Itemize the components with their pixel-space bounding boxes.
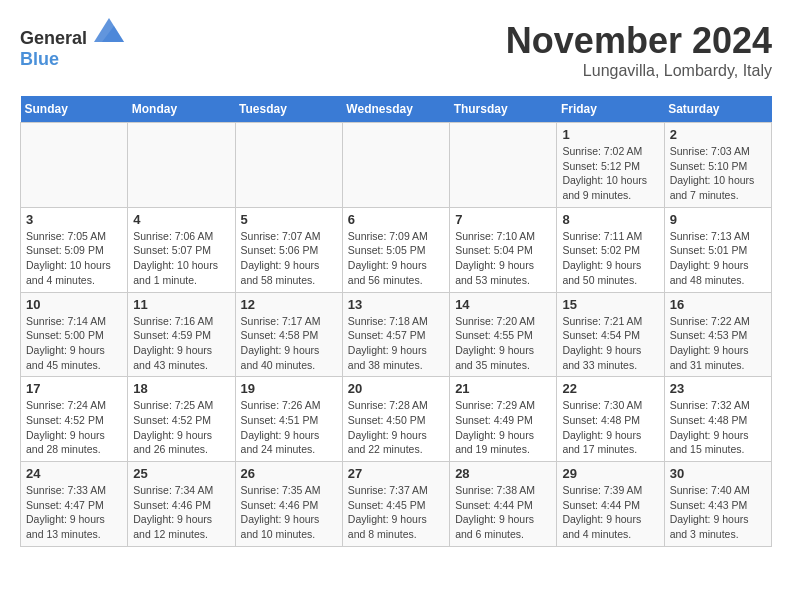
- calendar-day-cell: 23Sunrise: 7:32 AM Sunset: 4:48 PM Dayli…: [664, 377, 771, 462]
- day-number: 28: [455, 466, 551, 481]
- day-number: 7: [455, 212, 551, 227]
- calendar-day-cell: 11Sunrise: 7:16 AM Sunset: 4:59 PM Dayli…: [128, 292, 235, 377]
- day-info-text: Sunrise: 7:37 AM Sunset: 4:45 PM Dayligh…: [348, 483, 444, 542]
- calendar-header: SundayMondayTuesdayWednesdayThursdayFrid…: [21, 96, 772, 123]
- day-info-text: Sunrise: 7:34 AM Sunset: 4:46 PM Dayligh…: [133, 483, 229, 542]
- header-day-saturday: Saturday: [664, 96, 771, 123]
- calendar-table: SundayMondayTuesdayWednesdayThursdayFrid…: [20, 96, 772, 547]
- day-number: 9: [670, 212, 766, 227]
- calendar-day-cell: [342, 123, 449, 208]
- calendar-day-cell: 19Sunrise: 7:26 AM Sunset: 4:51 PM Dayli…: [235, 377, 342, 462]
- calendar-day-cell: 26Sunrise: 7:35 AM Sunset: 4:46 PM Dayli…: [235, 462, 342, 547]
- day-number: 22: [562, 381, 658, 396]
- day-number: 4: [133, 212, 229, 227]
- day-info-text: Sunrise: 7:24 AM Sunset: 4:52 PM Dayligh…: [26, 398, 122, 457]
- calendar-day-cell: 18Sunrise: 7:25 AM Sunset: 4:52 PM Dayli…: [128, 377, 235, 462]
- day-number: 14: [455, 297, 551, 312]
- calendar-day-cell: 2Sunrise: 7:03 AM Sunset: 5:10 PM Daylig…: [664, 123, 771, 208]
- header-day-friday: Friday: [557, 96, 664, 123]
- header-day-monday: Monday: [128, 96, 235, 123]
- day-number: 17: [26, 381, 122, 396]
- header-day-sunday: Sunday: [21, 96, 128, 123]
- day-number: 10: [26, 297, 122, 312]
- day-info-text: Sunrise: 7:02 AM Sunset: 5:12 PM Dayligh…: [562, 144, 658, 203]
- day-info-text: Sunrise: 7:30 AM Sunset: 4:48 PM Dayligh…: [562, 398, 658, 457]
- day-info-text: Sunrise: 7:28 AM Sunset: 4:50 PM Dayligh…: [348, 398, 444, 457]
- day-number: 13: [348, 297, 444, 312]
- day-info-text: Sunrise: 7:35 AM Sunset: 4:46 PM Dayligh…: [241, 483, 337, 542]
- header-day-wednesday: Wednesday: [342, 96, 449, 123]
- calendar-day-cell: 21Sunrise: 7:29 AM Sunset: 4:49 PM Dayli…: [450, 377, 557, 462]
- day-info-text: Sunrise: 7:09 AM Sunset: 5:05 PM Dayligh…: [348, 229, 444, 288]
- day-info-text: Sunrise: 7:38 AM Sunset: 4:44 PM Dayligh…: [455, 483, 551, 542]
- day-info-text: Sunrise: 7:39 AM Sunset: 4:44 PM Dayligh…: [562, 483, 658, 542]
- title-area: November 2024 Lungavilla, Lombardy, Ital…: [506, 20, 772, 80]
- day-info-text: Sunrise: 7:26 AM Sunset: 4:51 PM Dayligh…: [241, 398, 337, 457]
- day-info-text: Sunrise: 7:03 AM Sunset: 5:10 PM Dayligh…: [670, 144, 766, 203]
- day-info-text: Sunrise: 7:14 AM Sunset: 5:00 PM Dayligh…: [26, 314, 122, 373]
- calendar-week-row: 1Sunrise: 7:02 AM Sunset: 5:12 PM Daylig…: [21, 123, 772, 208]
- calendar-day-cell: 16Sunrise: 7:22 AM Sunset: 4:53 PM Dayli…: [664, 292, 771, 377]
- calendar-day-cell: 20Sunrise: 7:28 AM Sunset: 4:50 PM Dayli…: [342, 377, 449, 462]
- calendar-day-cell: 15Sunrise: 7:21 AM Sunset: 4:54 PM Dayli…: [557, 292, 664, 377]
- calendar-day-cell: 29Sunrise: 7:39 AM Sunset: 4:44 PM Dayli…: [557, 462, 664, 547]
- calendar-day-cell: 5Sunrise: 7:07 AM Sunset: 5:06 PM Daylig…: [235, 207, 342, 292]
- calendar-day-cell: 9Sunrise: 7:13 AM Sunset: 5:01 PM Daylig…: [664, 207, 771, 292]
- day-info-text: Sunrise: 7:16 AM Sunset: 4:59 PM Dayligh…: [133, 314, 229, 373]
- calendar-week-row: 3Sunrise: 7:05 AM Sunset: 5:09 PM Daylig…: [21, 207, 772, 292]
- day-number: 24: [26, 466, 122, 481]
- day-number: 21: [455, 381, 551, 396]
- day-info-text: Sunrise: 7:25 AM Sunset: 4:52 PM Dayligh…: [133, 398, 229, 457]
- day-info-text: Sunrise: 7:06 AM Sunset: 5:07 PM Dayligh…: [133, 229, 229, 288]
- day-number: 29: [562, 466, 658, 481]
- calendar-day-cell: 6Sunrise: 7:09 AM Sunset: 5:05 PM Daylig…: [342, 207, 449, 292]
- day-number: 1: [562, 127, 658, 142]
- calendar-week-row: 24Sunrise: 7:33 AM Sunset: 4:47 PM Dayli…: [21, 462, 772, 547]
- calendar-day-cell: 4Sunrise: 7:06 AM Sunset: 5:07 PM Daylig…: [128, 207, 235, 292]
- calendar-day-cell: 10Sunrise: 7:14 AM Sunset: 5:00 PM Dayli…: [21, 292, 128, 377]
- day-number: 16: [670, 297, 766, 312]
- day-info-text: Sunrise: 7:13 AM Sunset: 5:01 PM Dayligh…: [670, 229, 766, 288]
- day-info-text: Sunrise: 7:17 AM Sunset: 4:58 PM Dayligh…: [241, 314, 337, 373]
- month-title: November 2024: [506, 20, 772, 62]
- calendar-day-cell: 1Sunrise: 7:02 AM Sunset: 5:12 PM Daylig…: [557, 123, 664, 208]
- calendar-day-cell: [235, 123, 342, 208]
- calendar-day-cell: 27Sunrise: 7:37 AM Sunset: 4:45 PM Dayli…: [342, 462, 449, 547]
- calendar-day-cell: 28Sunrise: 7:38 AM Sunset: 4:44 PM Dayli…: [450, 462, 557, 547]
- header-day-thursday: Thursday: [450, 96, 557, 123]
- calendar-day-cell: [128, 123, 235, 208]
- day-number: 15: [562, 297, 658, 312]
- day-info-text: Sunrise: 7:21 AM Sunset: 4:54 PM Dayligh…: [562, 314, 658, 373]
- logo-icon: [94, 18, 124, 42]
- logo: General Blue: [20, 20, 124, 70]
- day-number: 3: [26, 212, 122, 227]
- day-number: 18: [133, 381, 229, 396]
- page-header: General Blue November 2024 Lungavilla, L…: [20, 20, 772, 80]
- day-info-text: Sunrise: 7:07 AM Sunset: 5:06 PM Dayligh…: [241, 229, 337, 288]
- day-number: 11: [133, 297, 229, 312]
- calendar-day-cell: 3Sunrise: 7:05 AM Sunset: 5:09 PM Daylig…: [21, 207, 128, 292]
- day-info-text: Sunrise: 7:18 AM Sunset: 4:57 PM Dayligh…: [348, 314, 444, 373]
- calendar-day-cell: 8Sunrise: 7:11 AM Sunset: 5:02 PM Daylig…: [557, 207, 664, 292]
- day-info-text: Sunrise: 7:29 AM Sunset: 4:49 PM Dayligh…: [455, 398, 551, 457]
- day-number: 19: [241, 381, 337, 396]
- calendar-day-cell: 24Sunrise: 7:33 AM Sunset: 4:47 PM Dayli…: [21, 462, 128, 547]
- day-number: 8: [562, 212, 658, 227]
- day-info-text: Sunrise: 7:20 AM Sunset: 4:55 PM Dayligh…: [455, 314, 551, 373]
- calendar-week-row: 17Sunrise: 7:24 AM Sunset: 4:52 PM Dayli…: [21, 377, 772, 462]
- day-number: 2: [670, 127, 766, 142]
- day-number: 30: [670, 466, 766, 481]
- calendar-day-cell: [21, 123, 128, 208]
- day-info-text: Sunrise: 7:32 AM Sunset: 4:48 PM Dayligh…: [670, 398, 766, 457]
- day-number: 20: [348, 381, 444, 396]
- day-info-text: Sunrise: 7:10 AM Sunset: 5:04 PM Dayligh…: [455, 229, 551, 288]
- logo-general-text: General: [20, 28, 87, 48]
- calendar-day-cell: 17Sunrise: 7:24 AM Sunset: 4:52 PM Dayli…: [21, 377, 128, 462]
- calendar-day-cell: 22Sunrise: 7:30 AM Sunset: 4:48 PM Dayli…: [557, 377, 664, 462]
- calendar-week-row: 10Sunrise: 7:14 AM Sunset: 5:00 PM Dayli…: [21, 292, 772, 377]
- day-number: 6: [348, 212, 444, 227]
- day-number: 12: [241, 297, 337, 312]
- calendar-body: 1Sunrise: 7:02 AM Sunset: 5:12 PM Daylig…: [21, 123, 772, 547]
- day-info-text: Sunrise: 7:05 AM Sunset: 5:09 PM Dayligh…: [26, 229, 122, 288]
- header-day-tuesday: Tuesday: [235, 96, 342, 123]
